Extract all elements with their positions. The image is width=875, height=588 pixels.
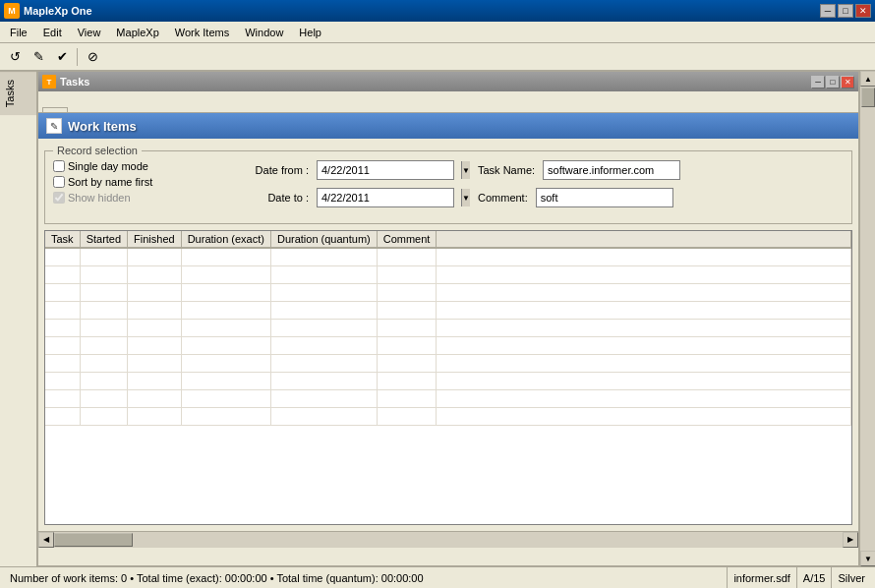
data-table: Task Started Finished Duration (exact) D… — [45, 231, 851, 426]
table-row — [45, 389, 851, 407]
comment-input[interactable] — [536, 188, 673, 207]
table-row — [45, 372, 851, 389]
toolbar: ↺ ✎ ✔ ⊘ — [0, 43, 875, 71]
scroll-up-btn[interactable]: ▲ — [860, 71, 875, 87]
sidebar-tab-tasks[interactable]: Tasks — [0, 71, 36, 115]
maximize-button[interactable]: □ — [838, 4, 853, 18]
data-table-wrapper: Task Started Finished Duration (exact) D… — [44, 230, 852, 525]
toolbar-cancel-button[interactable]: ⊘ — [82, 46, 103, 68]
tasks-maximize-button[interactable]: □ — [826, 76, 840, 88]
toolbar-edit-button[interactable]: ✎ — [28, 46, 49, 68]
title-bar-left: M MapleXp One — [4, 3, 92, 19]
scroll-thumb[interactable] — [861, 88, 875, 107]
status-theme: Silver — [832, 567, 871, 588]
table-row — [45, 336, 851, 354]
table-row — [45, 319, 851, 336]
col-extra — [437, 231, 851, 248]
close-button[interactable]: ✕ — [855, 4, 871, 18]
table-row — [45, 354, 851, 372]
date-to-dropdown-btn[interactable]: ▼ — [461, 189, 470, 206]
tasks-minimize-button[interactable]: ─ — [811, 76, 825, 88]
date-from-dropdown-btn[interactable]: ▼ — [461, 161, 470, 179]
col-duration-quantum: Duration (quantum) — [270, 231, 377, 248]
scroll-down-btn[interactable]: ▼ — [860, 551, 875, 566]
hscroll-thumb[interactable] — [54, 533, 133, 547]
sort-by-name-first-checkbox[interactable]: Sort by name first — [53, 176, 171, 188]
col-comment: Comment — [377, 231, 437, 248]
record-selection-fieldset: Record selection Single day mode Sort by… — [44, 145, 852, 224]
content-area: T Tasks ─ □ ✕ ✎ Work Items — [37, 71, 875, 566]
table-row — [45, 407, 851, 425]
status-file: informer.sdf — [728, 567, 796, 588]
menu-window[interactable]: Window — [237, 25, 291, 40]
main-layout: Tasks T Tasks ─ □ ✕ — [0, 71, 875, 566]
app-icon: M — [4, 3, 20, 19]
show-hidden-input[interactable] — [53, 192, 65, 204]
table-header-row: Task Started Finished Duration (exact) D… — [45, 231, 851, 248]
left-sidebar: Tasks — [0, 71, 37, 566]
status-bar: Number of work items: 0 • Total time (ex… — [0, 566, 875, 588]
toolbar-undo-button[interactable]: ↺ — [4, 46, 26, 68]
status-page: A/15 — [797, 567, 833, 588]
tasks-title-left: T Tasks — [42, 75, 89, 88]
table-row — [45, 265, 851, 283]
col-task: Task — [45, 231, 80, 248]
scroll-track[interactable] — [860, 87, 875, 551]
tasks-icon: T — [42, 75, 56, 88]
hscroll-left-btn[interactable]: ◀ — [38, 532, 54, 548]
table-body — [45, 248, 851, 425]
window-controls: ─ □ ✕ — [820, 4, 871, 18]
sort-by-name-first-input[interactable] — [53, 176, 65, 188]
vscrollbar: ▲ ▼ — [859, 71, 875, 566]
date-from-combo[interactable]: ▼ — [317, 160, 454, 180]
single-day-mode-checkbox[interactable]: Single day mode — [53, 160, 171, 172]
work-items-icon: ✎ — [46, 118, 62, 134]
tasks-title-bar: T Tasks ─ □ ✕ — [38, 72, 858, 91]
work-items-title: Work Items — [68, 119, 137, 134]
tasks-hscrollbar: ◀ ▶ — [38, 531, 858, 547]
table-row — [45, 248, 851, 265]
hscroll-track[interactable] — [54, 532, 843, 548]
show-hidden-checkbox[interactable]: Show hidden — [53, 192, 171, 204]
menu-workitems[interactable]: Work Items — [167, 25, 237, 40]
record-selection-legend: Record selection — [53, 145, 142, 156]
hscroll-right-btn[interactable]: ▶ — [843, 532, 858, 548]
date-to-label: Date to : — [250, 192, 309, 204]
tab-strip — [38, 91, 858, 113]
title-bar: M MapleXp One ─ □ ✕ — [0, 0, 875, 22]
app-title: MapleXp One — [24, 5, 92, 17]
tasks-title-label: Tasks — [60, 76, 89, 88]
tab-main[interactable] — [42, 107, 68, 112]
table-row — [45, 301, 851, 319]
toolbar-separator — [77, 48, 78, 66]
tasks-window: T Tasks ─ □ ✕ ✎ Work Items — [37, 71, 859, 566]
comment-label: Comment: — [478, 192, 528, 204]
work-items-header: ✎ Work Items — [38, 113, 858, 139]
date-to-row: Date to : ▼ Comment: — [250, 188, 680, 207]
date-from-input[interactable] — [318, 163, 461, 177]
toolbar-check-button[interactable]: ✔ — [51, 46, 73, 68]
menu-help[interactable]: Help — [291, 25, 329, 40]
single-day-mode-input[interactable] — [53, 160, 65, 172]
date-to-combo[interactable]: ▼ — [317, 188, 454, 207]
menu-view[interactable]: View — [70, 25, 109, 40]
task-name-input[interactable] — [543, 160, 680, 180]
work-items-content: Record selection Single day mode Sort by… — [38, 139, 858, 531]
status-text: Number of work items: 0 • Total time (ex… — [10, 572, 424, 584]
status-main: Number of work items: 0 • Total time (ex… — [4, 567, 728, 588]
col-finished: Finished — [128, 231, 182, 248]
tasks-close-button[interactable]: ✕ — [841, 76, 854, 88]
minimize-button[interactable]: ─ — [820, 4, 836, 18]
col-started: Started — [80, 231, 127, 248]
menu-maplexp[interactable]: MapleXp — [108, 25, 166, 40]
col-duration-exact: Duration (exact) — [181, 231, 270, 248]
menu-file[interactable]: File — [2, 25, 35, 40]
date-from-label: Date from : — [250, 164, 309, 176]
tasks-title-buttons: ─ □ ✕ — [811, 76, 854, 88]
table-row — [45, 283, 851, 301]
date-from-row: Date from : ▼ Task Name: — [250, 160, 680, 180]
task-name-label: Task Name: — [478, 164, 535, 176]
date-to-input[interactable] — [318, 191, 461, 205]
menu-edit[interactable]: Edit — [35, 25, 70, 40]
menu-bar: File Edit View MapleXp Work Items Window… — [0, 22, 875, 43]
